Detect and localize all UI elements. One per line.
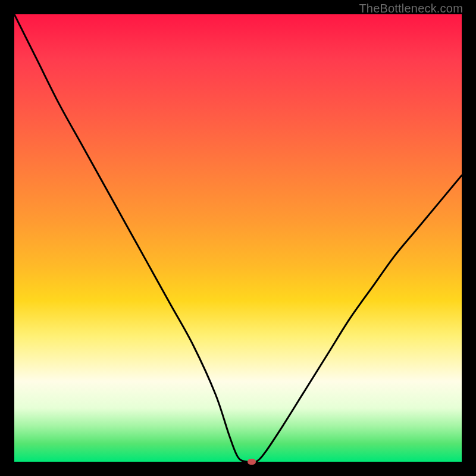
bottleneck-chart: TheBottleneck.com [0,0,476,476]
bottleneck-curve-path [14,14,462,462]
watermark-text: TheBottleneck.com [359,2,463,15]
plot-area [14,14,462,462]
minimum-marker [248,459,256,465]
curve-svg [14,14,462,462]
